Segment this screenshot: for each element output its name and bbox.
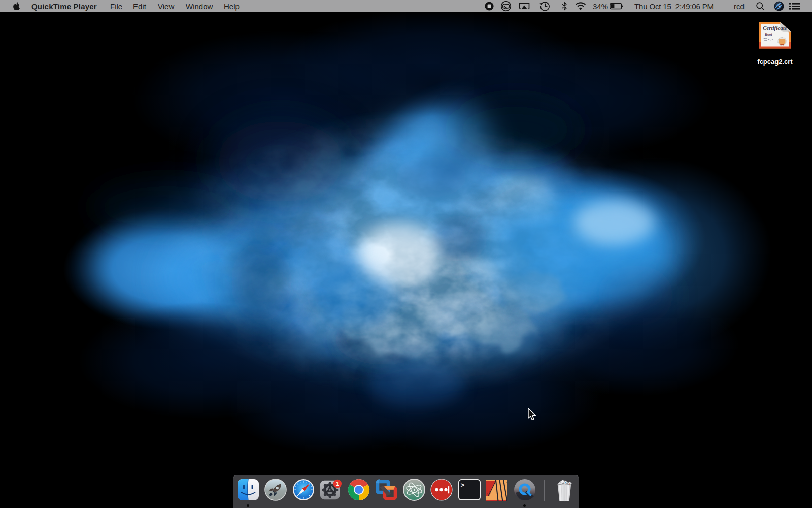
svg-text:Certificate: Certificate: [763, 25, 787, 31]
svg-text:1: 1: [336, 481, 339, 487]
svg-text:>_: >_: [461, 482, 469, 489]
svg-text:Root: Root: [764, 32, 773, 37]
